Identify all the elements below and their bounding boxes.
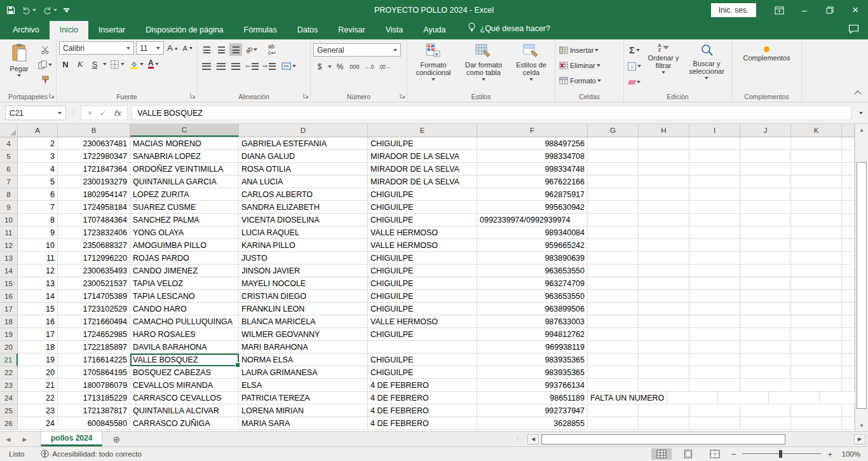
cell-F14[interactable]: 963653550 <box>477 265 588 277</box>
row-header-8[interactable]: 8 <box>0 188 18 201</box>
cell-G12[interactable] <box>588 239 639 252</box>
row-header-25[interactable]: 25 <box>0 404 18 417</box>
fill-color-icon[interactable] <box>128 58 145 71</box>
cell-E26[interactable]: 4 DE FEBRERO <box>368 417 477 430</box>
cell-E23[interactable]: 4 DE FEBRERO <box>368 379 477 392</box>
row-header-5[interactable]: 5 <box>0 150 18 163</box>
cell-A21[interactable]: 19 <box>18 354 58 366</box>
cell-E21[interactable]: CHIGUILPE <box>368 354 477 366</box>
cell-D20[interactable]: MARI BARAHONA <box>239 341 368 354</box>
cell-B10[interactable]: 1707484364 <box>58 214 130 226</box>
cell-D8[interactable]: CARLOS ALBERTO <box>239 188 368 201</box>
cell-H26[interactable] <box>639 417 689 430</box>
cell-K18[interactable] <box>791 315 842 328</box>
cell-A4[interactable]: 2 <box>18 137 58 150</box>
cell-K8[interactable] <box>791 188 842 201</box>
cell-E24[interactable]: 4 DE FEBRERO <box>368 392 477 404</box>
row-header-22[interactable]: 22 <box>0 366 18 379</box>
number-dialog-launcher[interactable] <box>400 92 405 100</box>
cell-E6[interactable]: MIRADOR DE LA SELVA <box>368 163 477 175</box>
cell-K20[interactable] <box>791 341 842 354</box>
paste-dropdown-icon[interactable] <box>17 74 21 77</box>
tab-vista[interactable]: Vista <box>376 21 414 39</box>
sheet-prev-icon[interactable]: ◀ <box>0 432 17 446</box>
zoom-slider[interactable] <box>742 450 821 458</box>
cell-F12[interactable]: 959665242 <box>477 239 588 252</box>
cell-G25[interactable] <box>588 404 639 417</box>
cell-B4[interactable]: 2300637481 <box>58 137 130 150</box>
cell-styles-dropdown-icon[interactable] <box>529 78 533 81</box>
insert-cells-button[interactable]: Insertar <box>558 44 600 57</box>
cell-D16[interactable]: CRISTIAN DIEGO <box>239 290 368 303</box>
cell-E20[interactable] <box>368 341 477 354</box>
clipboard-dialog-launcher[interactable] <box>49 92 55 100</box>
collapse-ribbon-icon[interactable] <box>854 90 861 97</box>
cell-A25[interactable]: 23 <box>18 404 58 417</box>
cell-G20[interactable] <box>588 341 639 354</box>
cell-K22[interactable] <box>791 366 842 379</box>
cell-A11[interactable]: 9 <box>18 226 58 239</box>
sign-in-button[interactable]: Inic. ses. <box>711 3 756 17</box>
row-header-21[interactable]: 21 <box>0 354 18 366</box>
cell-E12[interactable]: VALLE HERMOSO <box>368 239 477 252</box>
cell-I6[interactable] <box>689 163 740 175</box>
row-header-19[interactable]: 19 <box>0 328 18 341</box>
row-header-15[interactable]: 15 <box>0 277 18 290</box>
row-header-11[interactable]: 11 <box>0 226 18 239</box>
cell-H11[interactable] <box>639 226 689 239</box>
cell-D17[interactable]: FRANKLIN LEON <box>239 303 368 315</box>
cell-C22[interactable]: BOSQUEZ CABEZAS <box>130 366 239 379</box>
name-box-resizer[interactable]: ⋮ <box>70 109 77 117</box>
cell-E8[interactable]: CHIGUILPE <box>368 188 477 201</box>
cell-D18[interactable]: BLANCA MARICELA <box>239 315 368 328</box>
column-header-I[interactable]: I <box>689 124 740 137</box>
cell-A23[interactable]: 21 <box>18 379 58 392</box>
new-sheet-icon[interactable]: ⊕ <box>102 432 130 446</box>
cell-A15[interactable]: 13 <box>18 277 58 290</box>
cell-F22[interactable]: 983935365 <box>477 366 588 379</box>
page-layout-view-button[interactable] <box>678 448 698 460</box>
cell-D10[interactable]: VICENTA DIOSELINA <box>239 214 368 226</box>
cell-E15[interactable]: CHIGUILPE <box>368 277 477 290</box>
cell-I20[interactable] <box>689 341 740 354</box>
cell-I10[interactable] <box>689 214 740 226</box>
cell-C14[interactable]: CANDO JIMENEZ <box>130 265 239 277</box>
cell-F11[interactable]: 989340084 <box>477 226 588 239</box>
cell-C23[interactable]: CEVALLOS MIRANDA <box>130 379 239 392</box>
cell-A18[interactable]: 16 <box>18 315 58 328</box>
cell-I8[interactable] <box>689 188 740 201</box>
comma-format-icon[interactable]: 000 <box>348 60 361 73</box>
cell-I11[interactable] <box>689 226 740 239</box>
orientation-icon[interactable]: ab <box>244 43 259 56</box>
tab-archivo[interactable]: Archivo <box>3 21 50 39</box>
cell-B5[interactable]: 1722980347 <box>58 150 130 163</box>
cell-F5[interactable]: 998334708 <box>477 150 588 163</box>
cell-F7[interactable]: 967622166 <box>477 175 588 188</box>
cell-H13[interactable] <box>639 252 689 265</box>
cell-G4[interactable] <box>588 137 639 150</box>
cell-C19[interactable]: HARO ROSALES <box>130 328 239 341</box>
cell-J9[interactable] <box>740 201 791 214</box>
cell-B17[interactable]: 1723102529 <box>58 303 130 315</box>
cell-B26[interactable]: 600845580 <box>58 417 130 430</box>
cell-A17[interactable]: 15 <box>18 303 58 315</box>
cell-C9[interactable]: SUAREZ CUSME <box>130 201 239 214</box>
cell-H16[interactable] <box>639 290 689 303</box>
cell-B25[interactable]: 1721387817 <box>58 404 130 417</box>
cell-J17[interactable] <box>740 303 791 315</box>
cell-E7[interactable]: MIRADOR DE LA SELVA <box>368 175 477 188</box>
cell-K12[interactable] <box>791 239 842 252</box>
cell-K4[interactable] <box>791 137 842 150</box>
cell-G6[interactable] <box>588 163 639 175</box>
cell-E25[interactable]: 4 DE FEBRERO <box>368 404 477 417</box>
cell-I21[interactable] <box>689 354 740 366</box>
cell-G10[interactable] <box>588 214 639 226</box>
row-header-18[interactable]: 18 <box>0 315 18 328</box>
increase-font-icon[interactable]: A▲ <box>166 42 180 55</box>
sort-filter-button[interactable]: AZ Ordenar y filtrar <box>644 41 683 76</box>
cell-F18[interactable]: 987633003 <box>477 315 588 328</box>
cell-A24[interactable]: 22 <box>18 392 58 404</box>
cancel-icon[interactable]: × <box>88 109 92 118</box>
ribbon-display-options-icon[interactable] <box>766 0 792 20</box>
format-as-table-button[interactable]: Dar formato como tabla <box>458 41 509 83</box>
